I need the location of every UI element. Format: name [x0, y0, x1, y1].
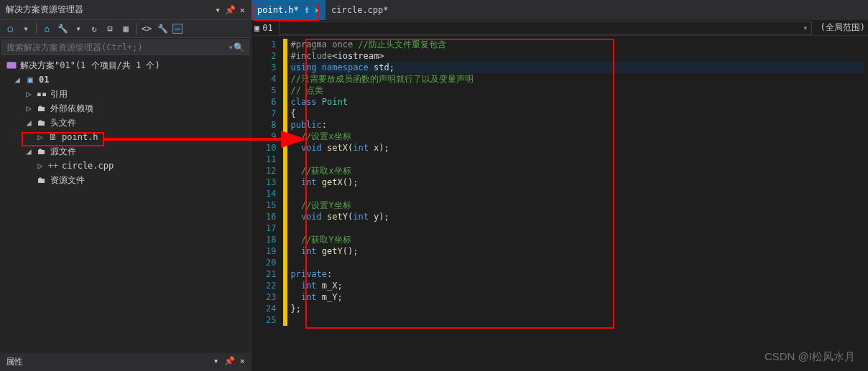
line-numbers: 1234567891011121314151617181920212223242… — [251, 36, 283, 371]
code-line[interactable]: #include<iostream> — [290, 50, 864, 62]
chevron-right-icon[interactable]: ▷ — [24, 89, 33, 99]
code-line[interactable] — [290, 154, 864, 165]
dropdown-icon[interactable]: ▾ — [213, 356, 218, 366]
scope-dropdown-left[interactable]: ▾ — [279, 22, 812, 34]
nav-bar: ▣ 01 ▾ (全局范围) — [251, 20, 868, 36]
code-line[interactable]: //设置Y坐标 — [290, 199, 864, 211]
code-line[interactable]: //设置x坐标 — [290, 131, 864, 142]
tab-label: circle.cpp* — [331, 5, 388, 15]
chevron-down-icon[interactable]: ◢ — [24, 118, 33, 128]
solution-node[interactable]: 解决方案"01"(1 个项目/共 1 个) — [0, 58, 251, 72]
headers-node[interactable]: ◢ 🖿 头文件 — [0, 116, 251, 130]
folder-icon: 🖿 — [36, 175, 47, 185]
project-dropdown[interactable]: ▣ 01 — [254, 23, 273, 33]
chevron-right-icon[interactable]: ▷ — [24, 103, 33, 113]
tab-label: point.h* — [257, 5, 299, 15]
dropdown-icon[interactable]: ▾ — [216, 5, 221, 15]
properties-title-text: 属性 — [6, 356, 23, 368]
code-editor[interactable]: 1234567891011121314151617181920212223242… — [251, 36, 868, 371]
properties-title-bar: 属性 ▾ 📌 ✕ — [0, 353, 251, 371]
code-line[interactable]: //只需要放成员函数的声明就行了以及变量声明 — [290, 73, 864, 85]
collapse-icon[interactable]: ⊟ — [104, 23, 116, 34]
project-dd-label: 01 — [262, 23, 272, 33]
code-line[interactable]: #pragma once //防止头文件重复包含 — [290, 39, 864, 50]
code-line[interactable]: //获取Y坐标 — [290, 234, 864, 245]
separator — [136, 23, 137, 34]
explorer-toolbar: ◯ ▾ ⌂ 🔧 ▾ ↻ ⊟ ▦ <> 🔧 — — [0, 20, 251, 38]
scope-label: (全局范围) — [821, 22, 865, 34]
references-label: 引用 — [50, 88, 68, 100]
search-dd-icon[interactable]: ▾ — [228, 42, 234, 52]
code-line[interactable]: private: — [290, 268, 864, 280]
solution-label: 解决方案"01"(1 个项目/共 1 个) — [20, 60, 160, 72]
code-line[interactable]: int m_X; — [290, 280, 864, 291]
code-line[interactable]: void setY(int y); — [290, 211, 864, 222]
fwd-icon[interactable]: ▾ — [20, 23, 32, 34]
back-icon[interactable]: ◯ — [4, 23, 16, 34]
close-panel-icon[interactable]: ✕ — [240, 356, 245, 366]
refresh-icon[interactable]: ↻ — [88, 23, 100, 34]
pin-icon[interactable]: ⤈ — [303, 5, 310, 15]
wrench-icon[interactable]: 🔧 — [157, 23, 168, 34]
panel-title-text: 解决方案资源管理器 — [6, 4, 83, 16]
code-icon[interactable]: <> — [141, 23, 152, 34]
folder-icon: 🖿 — [36, 146, 47, 156]
close-tab-icon[interactable]: ✕ — [315, 5, 320, 15]
chevron-down-icon[interactable]: ◢ — [24, 146, 33, 156]
point-h-label: point.h — [62, 132, 98, 142]
point-h-node[interactable]: ▷ 🗎 point.h — [0, 130, 251, 144]
pin-icon[interactable]: 📌 — [224, 356, 235, 366]
showall-icon[interactable]: ▦ — [120, 23, 131, 34]
tab-point-h[interactable]: point.h* ⤈ ✕ — [251, 0, 326, 20]
separator — [36, 23, 37, 34]
headers-label: 头文件 — [50, 117, 76, 129]
sources-label: 源文件 — [50, 146, 76, 158]
code-line[interactable]: using namespace std; — [290, 62, 864, 73]
code-line[interactable]: { — [290, 108, 864, 119]
preview-toggle[interactable]: — — [172, 24, 183, 34]
code-line[interactable]: void setX(int x); — [290, 142, 864, 154]
code-line[interactable]: int getX(); — [290, 177, 864, 188]
project-icon: ▣ — [24, 75, 36, 85]
tab-circle-cpp[interactable]: circle.cpp* — [326, 0, 394, 20]
code-line[interactable]: class Point — [290, 96, 864, 108]
folder-icon: 🖿 — [36, 103, 47, 113]
folder-icon: 🖿 — [36, 118, 47, 128]
code-line[interactable]: int m_Y; — [290, 291, 864, 303]
search-icon[interactable]: 🔍 — [234, 42, 244, 52]
header-file-icon: 🗎 — [47, 132, 59, 142]
pin-icon[interactable]: 📌 — [225, 5, 236, 15]
scope-icon[interactable]: 🔧 — [57, 23, 68, 34]
cpp-file-icon: ++ — [47, 161, 59, 171]
code-line[interactable] — [290, 222, 864, 234]
dd-icon[interactable]: ▾ — [73, 23, 84, 34]
close-panel-icon[interactable]: ✕ — [240, 5, 245, 15]
chevron-right-icon[interactable]: ▷ — [36, 132, 45, 142]
code-line[interactable]: //获取x坐标 — [290, 165, 864, 177]
references-icon: ▪▪ — [36, 89, 47, 99]
project-label: 01 — [39, 75, 49, 85]
chevron-right-icon[interactable]: ▷ — [36, 161, 45, 171]
project-node[interactable]: ◢ ▣ 01 — [0, 72, 251, 87]
code-line[interactable] — [290, 257, 864, 268]
code-line[interactable]: int getY(); — [290, 245, 864, 257]
external-node[interactable]: ▷ 🖿 外部依赖项 — [0, 101, 251, 116]
solution-icon — [6, 60, 17, 70]
chevron-down-icon[interactable]: ◢ — [13, 75, 22, 85]
search-input[interactable] — [6, 42, 228, 52]
code-line[interactable] — [290, 188, 864, 199]
code-line[interactable]: public: — [290, 119, 864, 131]
code-line[interactable]: // 点类 — [290, 85, 864, 96]
code-line[interactable] — [290, 314, 864, 326]
sources-node[interactable]: ◢ 🖿 源文件 — [0, 144, 251, 159]
references-node[interactable]: ▷ ▪▪ 引用 — [0, 87, 251, 101]
code-content[interactable]: #pragma once //防止头文件重复包含#include<iostrea… — [283, 36, 868, 329]
resources-label: 资源文件 — [50, 174, 85, 187]
home-icon[interactable]: ⌂ — [41, 23, 52, 34]
editor-tabs: point.h* ⤈ ✕ circle.cpp* — [251, 0, 868, 20]
code-line[interactable]: }; — [290, 303, 864, 314]
resources-node[interactable]: 🖿 资源文件 — [0, 173, 251, 187]
circle-cpp-node[interactable]: ▷ ++ circle.cpp — [0, 159, 251, 173]
search-box[interactable]: ▾ 🔍 — [1, 39, 249, 55]
circle-cpp-label: circle.cpp — [62, 161, 114, 171]
